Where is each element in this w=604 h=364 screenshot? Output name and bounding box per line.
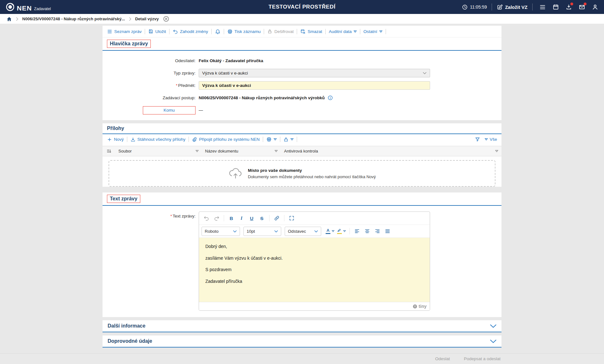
column-header-nazev-dokumentu[interactable]: Název dokumentu <box>202 146 281 156</box>
doprovodne-udaje-header[interactable]: Doprovodné údaje <box>103 335 501 348</box>
menu-icon <box>539 4 546 10</box>
print-attachments-button[interactable] <box>266 137 277 142</box>
column-header-soubor[interactable]: Soubor <box>115 146 202 156</box>
odesilatel-label: Odesílatel: <box>103 58 199 63</box>
calendar-button[interactable] <box>553 4 559 10</box>
underline-button[interactable]: U <box>247 213 256 223</box>
strikethrough-icon: S <box>260 216 263 221</box>
strikethrough-button[interactable]: S <box>257 213 267 223</box>
create-vz-button[interactable]: Založit VZ <box>497 4 528 10</box>
list-icon <box>107 29 112 34</box>
undo-button[interactable] <box>202 213 211 223</box>
stahnout-vsechny-button[interactable]: Stáhnout všechny přílohy <box>130 137 186 142</box>
ostatni-label: Ostatní <box>363 29 377 34</box>
breadcrumb: N006/25/V00007248 - Nákup různých potrav… <box>0 14 604 24</box>
dalsi-informace-title: Další informace <box>108 323 145 329</box>
odeslat-button[interactable]: Odeslat <box>435 356 450 361</box>
cloud-upload-icon <box>228 168 243 179</box>
nen-logo[interactable]: NEN Zadavatel <box>6 3 51 11</box>
paragraph-format-select[interactable]: Odstavec <box>285 227 321 236</box>
font-size-select[interactable]: 10pt <box>243 227 281 236</box>
message-header-section-title: Hlavička zprávy <box>107 40 151 48</box>
typ-zpravy-select[interactable]: Výzva k účasti v e-aukci <box>199 69 430 77</box>
home-button[interactable] <box>6 16 12 22</box>
close-tab-button[interactable] <box>163 16 169 22</box>
divider <box>264 29 264 34</box>
chevron-down-icon <box>490 340 496 343</box>
attachments-dropzone[interactable]: Místo pro vaše dokumenty Dokumenty sem m… <box>109 160 495 187</box>
align-left-button[interactable] <box>352 226 362 236</box>
export-attachments-button[interactable] <box>283 137 294 142</box>
bold-icon: B <box>230 216 233 221</box>
menu-button[interactable] <box>539 4 546 10</box>
vse-dropdown[interactable]: Vše <box>485 137 497 142</box>
novy-button[interactable]: Nový <box>107 137 124 142</box>
link-button[interactable] <box>272 213 282 223</box>
home-icon <box>6 16 12 22</box>
breadcrumb-item-procedure[interactable]: N006/25/V00007248 - Nákup různých potrav… <box>22 16 125 21</box>
undo-icon <box>203 215 209 221</box>
desifrovat-button[interactable]: Dešifrovat <box>267 29 294 34</box>
smazat-button[interactable]: Smazat <box>300 29 322 34</box>
filter-triangle-icon[interactable] <box>495 150 498 152</box>
highlight-icon <box>337 228 342 234</box>
topbar-actions: 11:05:59 Založit VZ <box>462 3 598 10</box>
align-center-button[interactable] <box>362 226 372 236</box>
font-family-select[interactable]: Roboto <box>202 227 240 236</box>
seznam-zprav-button[interactable]: Seznam zpráv <box>107 29 142 34</box>
save-icon <box>148 29 153 34</box>
info-icon[interactable] <box>328 95 333 101</box>
doprovodne-udaje-title: Doprovodné údaje <box>108 338 152 344</box>
filter-triangle-icon[interactable] <box>275 150 278 152</box>
text-zpravy-label-text: Text zprávy: <box>173 214 196 218</box>
filter-triangle-icon[interactable] <box>196 150 199 152</box>
divider <box>492 3 492 10</box>
italic-icon: I <box>241 216 242 221</box>
italic-button[interactable]: I <box>237 213 246 223</box>
doprovodne-udaje-panel: Doprovodné údaje <box>103 335 501 348</box>
ostatni-button[interactable]: Ostatní <box>363 29 382 34</box>
column-header-antivirova-kontrola[interactable]: Antivirová kontrola <box>281 146 501 156</box>
profile-button[interactable] <box>592 4 598 10</box>
downloads-button[interactable] <box>566 4 572 10</box>
predmet-label-text: Předmět: <box>178 83 196 88</box>
tiny-logo-icon <box>413 304 417 309</box>
editor-paragraph: zasíláme Vám výzvu k účasti v e-aukci. <box>205 256 423 261</box>
main-content: Seznam zpráv Uložit Zahodit změny Tisk z… <box>0 24 604 353</box>
fullscreen-button[interactable] <box>287 213 296 223</box>
ulozit-button[interactable]: Uložit <box>148 29 166 34</box>
tisk-zaznamu-label: Tisk záznamu <box>235 29 261 34</box>
export-icon <box>283 137 289 142</box>
dalsi-informace-header[interactable]: Další informace <box>103 320 501 332</box>
editor-content[interactable]: Dobrý den, zasíláme Vám výzvu k účasti v… <box>199 238 430 302</box>
text-color-button[interactable]: A <box>325 226 335 236</box>
clock-icon <box>462 4 468 10</box>
zahodit-zmeny-button[interactable]: Zahodit změny <box>173 29 208 34</box>
text-zpravy-row: * Text zprávy: B I U S <box>103 206 501 317</box>
pripojit-prilohu-button[interactable]: Připojit přílohu ze systému NEN <box>192 137 260 142</box>
align-right-button[interactable] <box>373 226 382 236</box>
komu-button[interactable]: Komu <box>143 106 196 114</box>
bold-button[interactable]: B <box>227 213 236 223</box>
divider <box>297 29 297 34</box>
redo-button[interactable] <box>212 213 221 223</box>
tiny-logo[interactable]: tiny <box>413 304 427 309</box>
column-settings-button[interactable] <box>103 146 115 156</box>
dalsi-informace-panel: Další informace <box>103 320 501 332</box>
top-header: NEN Zadavatel TESTOVACÍ PROSTŘEDÍ 11:05:… <box>0 0 604 14</box>
komu-row: Komu — <box>103 106 501 114</box>
highlight-color-button[interactable] <box>336 226 347 236</box>
desifrovat-label: Dešifrovat <box>274 29 294 34</box>
messages-button[interactable] <box>579 4 585 10</box>
odesilatel-row: Odesílatel: Felix Okátý - Zadavatel přír… <box>103 56 501 65</box>
filter-button[interactable] <box>475 137 480 142</box>
align-justify-button[interactable] <box>383 226 392 236</box>
notifications-bell-button[interactable] <box>215 29 221 34</box>
predmet-input[interactable] <box>199 81 430 90</box>
divider <box>145 29 145 34</box>
editor-toolbar-row-2: Roboto 10pt Odstavec A <box>199 225 430 238</box>
auditni-data-button[interactable]: Auditní data <box>329 29 357 34</box>
align-left-icon <box>354 228 360 234</box>
podepsat-a-odeslat-button[interactable]: Podepsat a odeslat <box>464 356 501 361</box>
tisk-zaznamu-button[interactable]: Tisk záznamu <box>227 29 261 34</box>
